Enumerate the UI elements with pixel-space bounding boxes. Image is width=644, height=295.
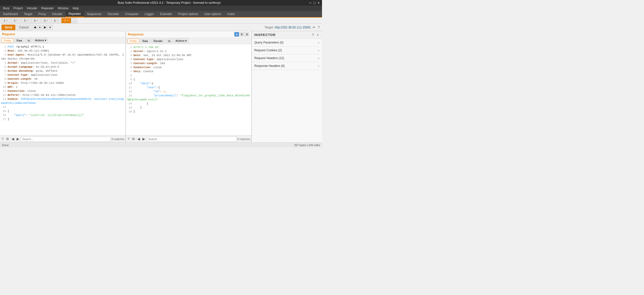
response-line-11: 11 "user":{ [127,86,250,90]
response-matches-count: 0 matches [237,138,250,141]
response-help-icon[interactable]: ? [127,137,130,141]
request-line-5: 5Accept-Language: en-US,en;q=0.5 [1,65,124,69]
repeater-tab-more[interactable]: ... [71,18,77,23]
request-line-7: 7Content-Type: application/json [1,73,124,77]
inspector-query-params[interactable]: Query Parameters (0) ∨ [252,39,322,47]
request-line-16: 16 "query": "{user(id: 1){id\nprivateEma… [1,113,124,117]
tab-extender[interactable]: Extender [157,11,175,17]
request-newline-btn[interactable]: \n [25,38,32,43]
repeater-tab-2[interactable]: 2 × [11,18,21,23]
tab-user-options[interactable]: User options [201,11,224,17]
inspector-request-headers[interactable]: Request Headers (12) ∨ [252,54,322,62]
send-button[interactable]: Send [2,25,15,30]
menu-help[interactable]: Help [70,6,81,11]
request-line-6: 6Accept-Encoding: gzip, deflate [1,69,124,73]
request-content[interactable]: 1POST /graphql HTTP/1.12Host: 202.38.93.… [0,44,125,135]
response-line-1: 1HTTP/1.1 200 OK [127,45,250,49]
request-panel: Request Pretty Raw \n Actions ▾ 1POST /g… [0,31,126,142]
response-pretty-btn[interactable]: Pretty [127,39,139,43]
tab-sequencer[interactable]: Sequencer [84,11,105,17]
target-edit-button[interactable]: ✏ [312,25,316,29]
request-line-8: 8Content-Length: 43 [1,77,124,81]
response-line-2: 2Server: nginx/1.21.1 [127,49,250,53]
tab-authz[interactable]: Authz [224,11,238,17]
close-button[interactable]: × [317,1,320,5]
menu-project[interactable]: Project [11,6,25,11]
response-actions-btn[interactable]: Actions ▾ [174,38,189,43]
request-pretty-btn[interactable]: Pretty [2,38,13,43]
response-line-13: 13 "privateEmail": "flag{dont_let_graphq… [127,94,250,102]
tab-decoder[interactable]: Decoder [105,11,122,17]
inspector-title: INSPECTOR [254,33,276,37]
inspector-response-headers[interactable]: Response Headers (6) ∨ [252,62,322,70]
view-mode-list-btn[interactable]: ☰ [239,32,244,36]
request-raw-btn[interactable]: Raw [14,38,24,43]
menu-repeater[interactable]: Repeater [39,6,56,11]
response-panel-header: Response ⊞ ☰ ⊟ [126,31,251,38]
inspector-help-button[interactable]: ? [311,33,314,37]
minimize-button[interactable]: ─ [308,1,312,5]
response-raw-btn[interactable]: Raw [140,39,150,43]
response-render-btn[interactable]: Render [151,39,165,43]
response-line-3: 3Date: Sat, 23 Oct 2021 22:50:39 GMT [127,53,250,57]
request-matches-count: 0 matches [112,138,124,141]
request-help-icon[interactable]: ? [1,137,4,141]
tab-repeater[interactable]: Repeater [65,11,84,17]
repeater-tab-7[interactable]: 7 × [61,18,71,23]
inspector-query-params-chevron: ∨ [318,41,319,44]
tab-target[interactable]: Target [21,11,35,17]
nav-forward-button[interactable]: ▶ [43,25,47,30]
view-mode-split-btn[interactable]: ⊞ [234,32,239,36]
nav-down-button[interactable]: ▼ [38,25,42,30]
request-line-15: 15{ [1,109,124,113]
repeater-tab-4[interactable]: 4 × [31,18,41,23]
cancel-button[interactable]: Cancel [16,25,31,30]
response-line-12: 12 "id": 1, [127,90,250,94]
response-content[interactable]: 1HTTP/1.1 200 OK2Server: nginx/1.21.13Da… [126,44,251,135]
inspector-request-cookies[interactable]: Request Cookies (2) ∨ [252,47,322,54]
tab-intruder[interactable]: Intruder [49,11,65,17]
response-settings-icon[interactable]: ⚙ [131,137,136,141]
menu-burp[interactable]: Burp [1,6,11,11]
request-next-match-btn[interactable]: ▶ [16,137,20,141]
repeater-tab-3[interactable]: 3 × [21,18,31,23]
repeater-tab-1[interactable]: 1 × [1,18,11,23]
request-bottom-bar: ? ⚙ ◀ ▶ 0 matches [0,135,125,142]
target-help-button[interactable]: ? [317,25,320,29]
menu-window[interactable]: Window [56,6,70,11]
request-actions-btn[interactable]: Actions ▾ [33,38,48,43]
request-line-2: 2Host: 202.38.93.111:15001 [1,49,124,53]
response-newline-btn[interactable]: \n [166,39,173,43]
nav-back-button[interactable]: ◀ [32,25,37,30]
inspector-close-button[interactable]: × [316,33,319,37]
response-line-9: 9{ [127,77,250,81]
inspector-response-headers-label: Response Headers (6) [254,64,285,68]
repeater-tab-6[interactable]: 6 × [51,18,61,23]
tab-dashboard[interactable]: Dashboard [0,11,21,17]
view-mode-hex-btn[interactable]: ⊟ [245,32,249,36]
response-line-7: 7Vary: Cookie [127,69,250,73]
request-line-11: 11Connection: close [1,89,124,93]
request-settings-icon[interactable]: ⚙ [5,137,10,141]
request-line-12: 12Referer: http://202.38.93.111:15001/no… [1,93,124,97]
response-search-input[interactable] [147,137,236,142]
tab-proxy[interactable]: Proxy [35,11,49,17]
response-title: Response [128,32,144,36]
tab-logger[interactable]: Logger [141,11,157,17]
response-line-4: 4Content-Type: application/json [127,57,250,61]
tab-project-options[interactable]: Project options [175,11,201,17]
request-prev-match-btn[interactable]: ◀ [11,137,15,141]
request-line-17: 17} [1,117,124,121]
repeater-tab-5[interactable]: 5 × [41,18,51,23]
inspector-request-headers-chevron: ∨ [318,57,319,60]
menu-intruder[interactable]: Intruder [25,6,39,11]
request-search-input[interactable] [21,137,111,142]
status-size: 267 bytes | 249 millis [294,144,320,147]
tab-comparer[interactable]: Comparer [122,11,141,17]
response-next-match-btn[interactable]: ▶ [142,137,146,141]
nav-dropdown-button[interactable]: ▼ [48,25,53,30]
response-prev-match-btn[interactable]: ◀ [137,137,141,141]
request-line-14: 14 [1,105,124,109]
maximize-button[interactable]: □ [313,1,316,5]
request-line-3: 3User-Agent: Mozilla/5.0 (Windows NT 10.… [1,53,124,61]
